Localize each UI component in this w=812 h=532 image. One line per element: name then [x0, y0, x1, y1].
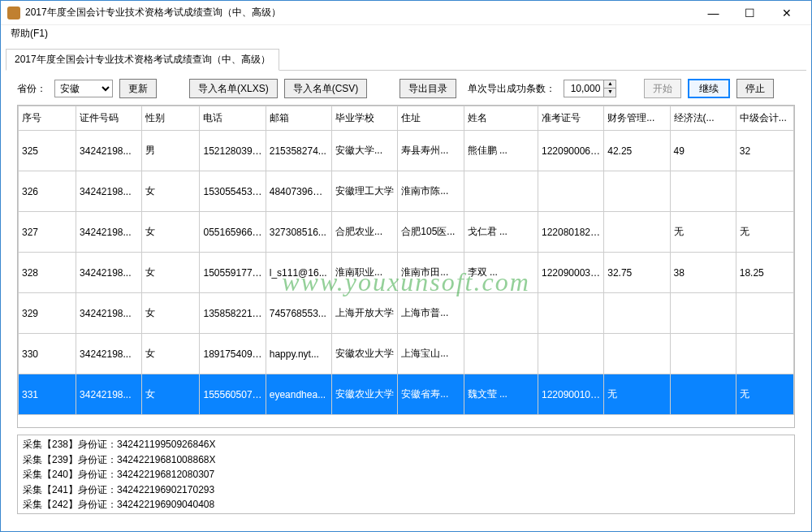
cell-email: 48407396@... [266, 171, 331, 212]
cell-fin: 32.75 [604, 253, 670, 293]
cell-sex: 女 [142, 212, 200, 253]
cell-exam: 12209000601 [538, 131, 603, 171]
log-line: 采集【242】身份证：342422196909040408 [23, 497, 789, 513]
cell-mid: 无 [736, 374, 793, 415]
cell-seq: 331 [19, 374, 76, 415]
cell-id: 34242198... [76, 212, 142, 253]
cell-name [464, 171, 538, 212]
cell-eco [670, 171, 736, 212]
table-row[interactable]: 33034242198...女18917540920happy.nyt...安徽… [19, 334, 794, 374]
cell-addr: 合肥105医... [398, 212, 464, 253]
col-name[interactable]: 姓名 [464, 106, 538, 131]
cell-school: 安徽农业大学 [332, 334, 398, 374]
col-id[interactable]: 证件号码 [76, 106, 142, 131]
minimize-button[interactable]: — [695, 2, 732, 24]
cell-sex: 女 [142, 171, 200, 212]
cell-email: happy.nyt... [266, 334, 331, 374]
col-phone[interactable]: 电话 [200, 106, 266, 131]
cell-exam [538, 293, 603, 334]
app-window: 2017年度全国会计专业技术资格考试成绩查询（中、高级） — ☐ ✕ 帮助(F1… [0, 0, 812, 532]
cell-sex: 女 [142, 334, 200, 374]
col-seq[interactable]: 序号 [19, 106, 76, 131]
cell-eco: 38 [670, 253, 736, 293]
batch-input[interactable] [564, 80, 603, 97]
cell-seq: 327 [19, 212, 76, 253]
col-eco[interactable]: 经济法(... [670, 106, 736, 131]
spin-up-icon[interactable]: ▲ [604, 80, 615, 89]
cell-mid: 18.25 [736, 253, 793, 293]
col-mid[interactable]: 中级会计... [736, 106, 793, 131]
cell-id: 34242198... [76, 171, 142, 212]
cell-fin [604, 293, 670, 334]
menu-help[interactable]: 帮助(F1) [7, 26, 51, 41]
spinner-buttons[interactable]: ▲▼ [603, 80, 615, 97]
cell-phone: 15212803915 [200, 131, 266, 171]
cell-eco: 无 [670, 212, 736, 253]
cell-exam: 12209001091 [538, 374, 603, 415]
cell-fin [604, 171, 670, 212]
province-label: 省份： [17, 82, 46, 96]
table-row[interactable]: 33134242198...女15556050755eyeandhea...安徽… [19, 374, 794, 415]
cell-name: 李双 ... [464, 253, 538, 293]
cell-name: 熊佳鹏 ... [464, 131, 538, 171]
titlebar: 2017年度全国会计专业技术资格考试成绩查询（中、高级） — ☐ ✕ [1, 1, 811, 25]
close-button[interactable]: ✕ [768, 2, 805, 24]
cell-id: 34242198... [76, 293, 142, 334]
cell-phone: 055165966680 [200, 212, 266, 253]
table-row[interactable]: 32834242198...女15055917789l_s111@16...淮南… [19, 253, 794, 293]
col-sex[interactable]: 性别 [142, 106, 200, 131]
update-button[interactable]: 更新 [119, 79, 157, 98]
cell-school: 淮南职业... [332, 253, 398, 293]
menubar: 帮助(F1) [1, 25, 811, 43]
window-controls: — ☐ ✕ [695, 2, 805, 24]
cell-id: 34242198... [76, 253, 142, 293]
table-row[interactable]: 32634242198...女1530554535548407396@...安徽… [19, 171, 794, 212]
col-fin[interactable]: 财务管理... [604, 106, 670, 131]
log-line: 采集【240】身份证：342422196812080307 [23, 467, 789, 482]
cell-sex: 女 [142, 253, 200, 293]
cell-seq: 329 [19, 293, 76, 334]
cell-mid [736, 171, 793, 212]
cell-addr: 淮南市陈... [398, 171, 464, 212]
spin-down-icon[interactable]: ▼ [604, 89, 615, 97]
table-row[interactable]: 32534242198...男15212803915215358274...安徽… [19, 131, 794, 171]
tab-main[interactable]: 2017年度全国会计专业技术资格考试成绩查询（中、高级） [6, 49, 279, 71]
import-xlxs-button[interactable]: 导入名单(XLXS) [189, 79, 278, 98]
table-scroll[interactable]: 序号 证件号码 性别 电话 邮箱 毕业学校 住址 姓名 准考证号 财务管理...… [18, 106, 794, 427]
cell-seq: 328 [19, 253, 76, 293]
cell-mid: 无 [736, 212, 793, 253]
cell-eco [670, 293, 736, 334]
start-button[interactable]: 开始 [644, 79, 681, 98]
table-row[interactable]: 32934242198...女13585822135745768553...上海… [19, 293, 794, 334]
cell-name [464, 334, 538, 374]
col-email[interactable]: 邮箱 [266, 106, 331, 131]
table-row[interactable]: 32734242198...女055165966680327308516...合… [19, 212, 794, 253]
import-csv-button[interactable]: 导入名单(CSV) [284, 79, 368, 98]
cell-phone: 18917540920 [200, 334, 266, 374]
col-addr[interactable]: 住址 [398, 106, 464, 131]
cell-phone: 15055917789 [200, 253, 266, 293]
cell-fin [604, 212, 670, 253]
cell-school: 合肥农业... [332, 212, 398, 253]
log-panel[interactable]: 采集【238】身份证：34242119950926846X采集【239】身份证：… [17, 435, 795, 514]
cell-id: 34242198... [76, 374, 142, 415]
log-line: 采集【238】身份证：34242119950926846X [23, 437, 789, 452]
cell-seq: 325 [19, 131, 76, 171]
cell-sex: 女 [142, 374, 200, 415]
continue-button[interactable]: 继续 [688, 79, 730, 98]
maximize-button[interactable]: ☐ [732, 2, 768, 24]
stop-button[interactable]: 停止 [736, 79, 774, 98]
cell-sex: 男 [142, 131, 200, 171]
province-select[interactable]: 安徽 [54, 80, 113, 97]
cell-eco: 49 [670, 131, 736, 171]
cell-name: 戈仁君 ... [464, 212, 538, 253]
cell-email: 215358274... [266, 131, 331, 171]
cell-addr: 安徽省寿... [398, 374, 464, 415]
col-school[interactable]: 毕业学校 [332, 106, 398, 131]
results-table-container: 序号 证件号码 性别 电话 邮箱 毕业学校 住址 姓名 准考证号 财务管理...… [17, 105, 795, 428]
export-dir-button[interactable]: 导出目录 [400, 79, 456, 98]
col-exam[interactable]: 准考证号 [538, 106, 603, 131]
batch-spinner[interactable]: ▲▼ [564, 80, 616, 97]
cell-exam [538, 171, 603, 212]
cell-fin: 无 [604, 374, 670, 415]
